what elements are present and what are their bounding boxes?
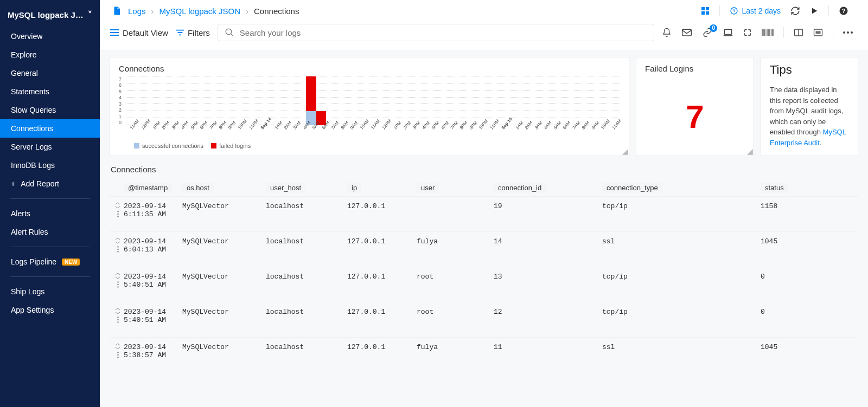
nav-alerts[interactable]: Alerts bbox=[0, 204, 100, 223]
cell-host: MySQLVector bbox=[182, 343, 266, 359]
row-expand[interactable] bbox=[112, 202, 124, 218]
sidebar-item-general[interactable]: General bbox=[0, 64, 100, 82]
svg-point-16 bbox=[117, 214, 119, 215]
breadcrumb-current: Connections bbox=[254, 7, 299, 16]
breadcrumb-app[interactable]: MySQL logpack JSON bbox=[159, 7, 241, 16]
legend-item[interactable]: successful connections bbox=[134, 143, 203, 149]
svg-point-13 bbox=[847, 31, 849, 34]
sidebar-item-server-logs[interactable]: Server Logs bbox=[0, 138, 100, 156]
time-range-selector[interactable]: Last 2 days bbox=[730, 7, 781, 15]
app-selector[interactable]: MySQL logpack JS... ˅ bbox=[0, 7, 100, 27]
cell-userhost: localhost bbox=[266, 343, 347, 359]
add-report[interactable]: + Add Report bbox=[0, 175, 100, 193]
connections-chart[interactable]: 76543210 bbox=[119, 76, 620, 125]
svg-point-20 bbox=[117, 251, 119, 253]
svg-point-26 bbox=[117, 321, 119, 323]
cell-ip: 127.0.0.1 bbox=[347, 343, 417, 359]
table-row[interactable]: 2023-09-145:38:57 AMMySQLVectorlocalhost… bbox=[110, 337, 858, 372]
breadcrumb-logs[interactable]: Logs bbox=[128, 7, 146, 16]
cell-cid: 12 bbox=[494, 308, 602, 324]
cell-ct: tcp/ip bbox=[602, 308, 761, 324]
search-input[interactable] bbox=[240, 28, 647, 37]
svg-point-24 bbox=[117, 316, 119, 318]
col-host[interactable]: os.host bbox=[182, 183, 214, 193]
table-row[interactable]: 2023-09-146:11:35 AMMySQLVectorlocalhost… bbox=[110, 196, 858, 231]
expand-icon[interactable] bbox=[743, 28, 752, 37]
tips-title: Tips bbox=[770, 63, 849, 77]
cell-st: 0 bbox=[761, 273, 815, 289]
table-row[interactable]: 2023-09-145:40:51 AMMySQLVectorlocalhost… bbox=[110, 302, 858, 337]
svg-point-17 bbox=[117, 216, 119, 217]
svg-point-15 bbox=[117, 211, 119, 212]
cell-cid: 19 bbox=[494, 202, 602, 218]
cell-st: 1045 bbox=[761, 343, 815, 359]
cell-ip: 127.0.0.1 bbox=[347, 202, 417, 218]
table-row[interactable]: 2023-09-146:04:13 AMMySQLVectorlocalhost… bbox=[110, 231, 858, 267]
svg-point-21 bbox=[117, 281, 119, 283]
cell-userhost: localhost bbox=[266, 308, 347, 324]
default-view-button[interactable]: Default View bbox=[110, 28, 168, 37]
cell-host: MySQLVector bbox=[182, 202, 266, 218]
svg-text:?: ? bbox=[842, 8, 845, 14]
cell-user: fulya bbox=[417, 237, 494, 254]
sidebar-item-statements[interactable]: Statements bbox=[0, 82, 100, 101]
cell-user: root bbox=[417, 273, 494, 289]
col-user[interactable]: user bbox=[417, 183, 439, 193]
cell-ct: tcp/ip bbox=[602, 202, 761, 218]
cell-ct: ssl bbox=[602, 343, 761, 359]
grid-icon[interactable] bbox=[701, 7, 710, 15]
play-icon[interactable] bbox=[810, 7, 819, 15]
col-ct[interactable]: connection_type bbox=[602, 183, 662, 193]
svg-rect-3 bbox=[706, 11, 709, 15]
col-timestamp[interactable]: @timestamp bbox=[124, 183, 172, 193]
col-userhost[interactable]: user_host bbox=[266, 183, 305, 193]
filters-button[interactable]: Filters bbox=[176, 28, 210, 37]
bar-failed[interactable] bbox=[306, 76, 316, 111]
resize-handle[interactable]: ◢ bbox=[747, 149, 752, 154]
cell-ct: tcp/ip bbox=[602, 273, 761, 289]
laptop-icon[interactable] bbox=[723, 28, 733, 37]
row-expand[interactable] bbox=[112, 343, 124, 359]
search-wrap[interactable] bbox=[218, 24, 654, 41]
chevron-down-icon: ˅ bbox=[88, 10, 92, 20]
failed-value: 7 bbox=[686, 98, 704, 135]
refresh-icon[interactable] bbox=[790, 6, 800, 16]
chart-title: Connections bbox=[119, 64, 620, 73]
col-ip[interactable]: ip bbox=[347, 183, 361, 193]
breadcrumb: Logs › MySQL logpack JSON › Connections bbox=[128, 7, 299, 16]
document-icon[interactable] bbox=[112, 6, 122, 16]
more-icon[interactable] bbox=[843, 31, 853, 34]
sidebar-item-innodb-logs[interactable]: InnoDB Logs bbox=[0, 156, 100, 175]
link-icon[interactable]: 0 bbox=[702, 28, 713, 37]
cell-userhost: localhost bbox=[266, 202, 347, 218]
nav-alert-rules[interactable]: Alert Rules bbox=[0, 223, 100, 241]
sidebar-item-connections[interactable]: Connections bbox=[0, 119, 100, 138]
sidebar-item-overview[interactable]: Overview bbox=[0, 27, 100, 46]
svg-point-7 bbox=[226, 29, 232, 35]
legend-item[interactable]: failed logins bbox=[211, 143, 251, 149]
mail-icon[interactable] bbox=[681, 28, 692, 37]
col-st[interactable]: status bbox=[761, 183, 788, 193]
row-expand[interactable] bbox=[112, 237, 124, 254]
row-expand[interactable] bbox=[112, 308, 124, 324]
sidebar-item-slow-queries[interactable]: Slow Queries bbox=[0, 101, 100, 119]
help-icon[interactable]: ? bbox=[839, 6, 848, 16]
resize-handle[interactable]: ◢ bbox=[622, 149, 628, 154]
table-title: Connections bbox=[111, 165, 857, 174]
table-header: @timestamp os.host user_host ip user con… bbox=[110, 179, 858, 196]
cell-st: 1158 bbox=[761, 202, 815, 218]
nav-ship-logs[interactable]: Ship Logs bbox=[0, 282, 100, 301]
table-row[interactable]: 2023-09-145:40:51 AMMySQLVectorlocalhost… bbox=[110, 267, 858, 302]
bell-icon[interactable] bbox=[662, 28, 672, 37]
nav-logs-pipeline[interactable]: Logs Pipeline NEW bbox=[0, 253, 100, 271]
barcode-icon[interactable] bbox=[762, 29, 774, 36]
sidebar-item-explore[interactable]: Explore bbox=[0, 46, 100, 64]
list-icon[interactable] bbox=[813, 28, 823, 37]
nav-app-settings[interactable]: App Settings bbox=[0, 301, 100, 319]
split-icon[interactable] bbox=[794, 28, 803, 37]
row-expand[interactable] bbox=[112, 273, 124, 289]
col-cid[interactable]: connection_id bbox=[494, 183, 546, 193]
cell-cid: 14 bbox=[494, 237, 602, 254]
link-badge: 0 bbox=[710, 24, 717, 32]
plus-icon: + bbox=[11, 179, 15, 188]
